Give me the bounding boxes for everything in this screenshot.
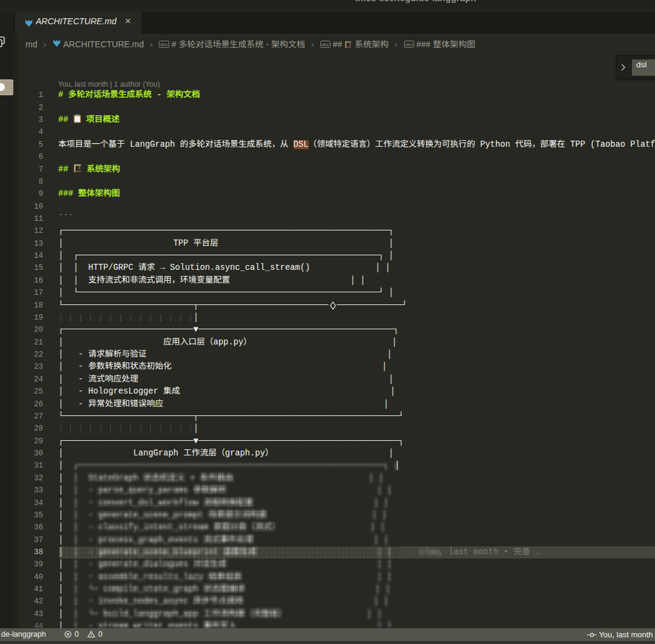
svg-text:abc: abc bbox=[160, 42, 168, 47]
svg-text:abc: abc bbox=[321, 42, 329, 47]
svg-text:abc: abc bbox=[405, 42, 413, 47]
